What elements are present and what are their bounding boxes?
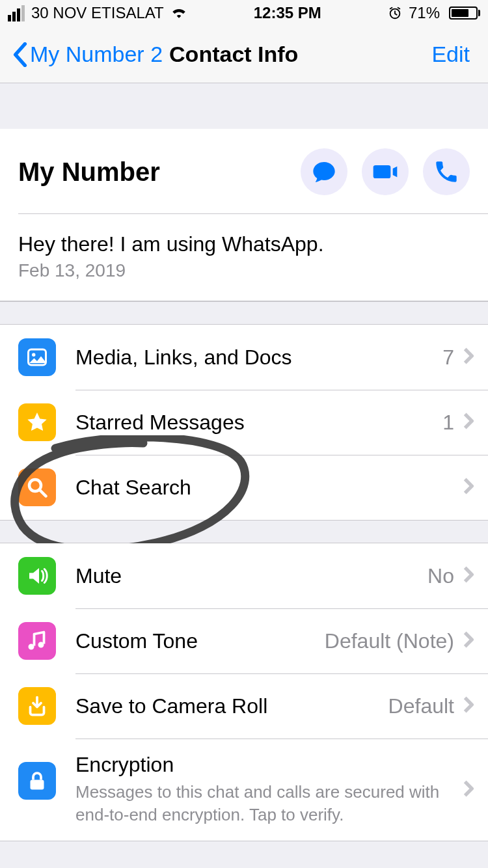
- cellular-signal-icon: [8, 5, 25, 21]
- clock-label: 12:35 PM: [254, 4, 321, 22]
- phone-icon: [433, 159, 459, 185]
- back-button[interactable]: My Number 2: [13, 42, 163, 67]
- chat-bubble-icon: [311, 159, 337, 185]
- contact-header-section: My Number Hey there! I am using WhatsApp…: [0, 129, 488, 301]
- lock-icon: [18, 762, 56, 800]
- chevron-left-icon: [13, 42, 27, 67]
- video-icon: [372, 159, 398, 185]
- battery-icon: [446, 7, 480, 20]
- svg-line-4: [40, 491, 46, 496]
- chevron-right-icon: [463, 696, 474, 716]
- settings-section: Mute No Custom Tone Default (Note) Save …: [0, 543, 488, 841]
- cell-subtitle: Messages to this chat and calls are secu…: [75, 782, 439, 824]
- starred-messages-row[interactable]: Starred Messages 1: [0, 390, 488, 455]
- cell-value: 1: [442, 411, 454, 435]
- page-title: Contact Info: [169, 42, 298, 67]
- chevron-right-icon: [463, 477, 474, 498]
- custom-tone-row[interactable]: Custom Tone Default (Note): [0, 608, 488, 673]
- wifi-icon: [170, 4, 187, 22]
- mute-row[interactable]: Mute No: [0, 543, 488, 608]
- edit-button[interactable]: Edit: [431, 42, 470, 67]
- cell-label: Mute: [75, 564, 427, 588]
- cell-label: Starred Messages: [75, 411, 442, 435]
- video-call-button[interactable]: [362, 148, 409, 195]
- speaker-icon: [18, 557, 56, 595]
- message-button[interactable]: [301, 148, 347, 195]
- media-section: Media, Links, and Docs 7 Starred Message…: [0, 325, 488, 520]
- svg-rect-5: [31, 780, 44, 790]
- chevron-right-icon: [463, 412, 474, 433]
- music-note-icon: [18, 622, 56, 660]
- cell-value: Default (Note): [325, 629, 454, 653]
- save-to-camera-roll-row[interactable]: Save to Camera Roll Default: [0, 673, 488, 739]
- svg-point-2: [32, 353, 35, 357]
- contact-name: My Number: [18, 157, 160, 187]
- cell-label: Chat Search: [75, 476, 463, 500]
- contact-status: Hey there! I am using WhatsApp.: [18, 214, 470, 260]
- photo-icon: [18, 338, 56, 376]
- section-spacer: [0, 83, 488, 129]
- cell-label: Media, Links, and Docs: [75, 346, 442, 370]
- cell-label: Encryption: [75, 753, 463, 777]
- back-label: My Number 2: [30, 42, 163, 67]
- cell-label: Save to Camera Roll: [75, 694, 388, 718]
- chevron-right-icon: [463, 347, 474, 368]
- voice-call-button[interactable]: [423, 148, 470, 195]
- cell-label: Custom Tone: [75, 629, 325, 653]
- download-icon: [18, 687, 56, 725]
- status-date: Feb 13, 2019: [18, 260, 470, 301]
- status-bar: 30 NOV ETISALAT 12:35 PM 71%: [0, 0, 488, 26]
- search-icon: [18, 468, 56, 506]
- media-links-docs-row[interactable]: Media, Links, and Docs 7: [0, 325, 488, 390]
- chevron-right-icon: [463, 565, 474, 586]
- cell-value: 7: [442, 346, 454, 370]
- carrier-label: 30 NOV ETISALAT: [31, 4, 164, 22]
- chevron-right-icon: [463, 780, 474, 800]
- encryption-row[interactable]: Encryption Messages to this chat and cal…: [0, 739, 488, 841]
- chat-search-row[interactable]: Chat Search: [0, 455, 488, 520]
- battery-percent-label: 71%: [409, 4, 440, 22]
- cell-value: No: [427, 564, 454, 588]
- star-icon: [18, 403, 56, 441]
- navigation-bar: My Number 2 Contact Info Edit: [0, 26, 488, 83]
- chevron-right-icon: [463, 631, 474, 651]
- cell-value: Default: [388, 694, 454, 718]
- alarm-icon: [388, 6, 402, 20]
